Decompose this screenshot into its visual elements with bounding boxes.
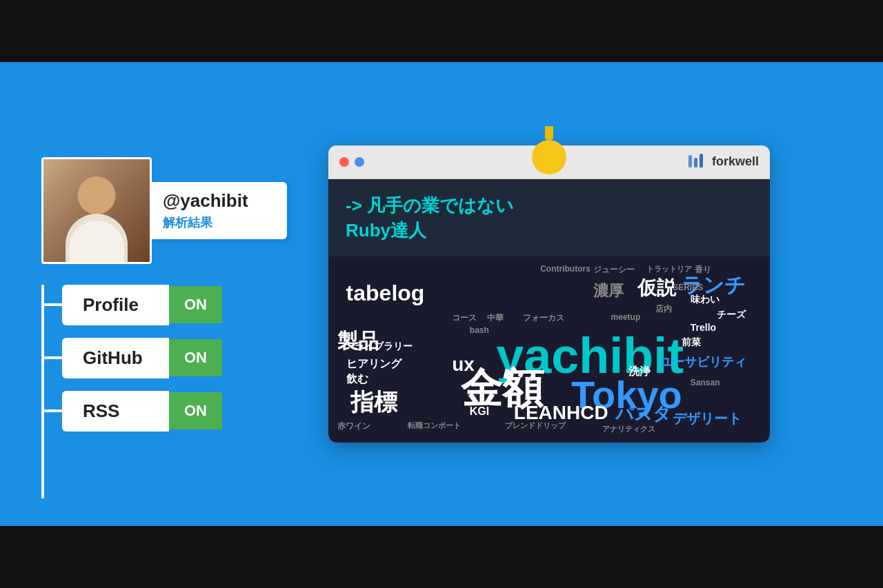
word-cloud-word: Contributors (540, 264, 591, 274)
tree-item-profile: Profile ON (62, 285, 222, 325)
word-cloud-word: チーズ (717, 309, 746, 321)
word-cloud-word: Sansan (691, 378, 720, 387)
forkwell-logo: forkwell (687, 152, 759, 172)
github-box: GitHub ON (62, 338, 222, 378)
tree-line-vertical (41, 285, 44, 498)
result-text: -> 凡手の業ではないRuby達人 (346, 193, 753, 243)
word-cloud-word: 仮説 (637, 275, 676, 301)
word-cloud-word: Trello (691, 322, 716, 333)
analysis-label: 解析結果 (163, 216, 212, 230)
result-box: -> 凡手の業ではないRuby達人 (328, 179, 770, 257)
word-cloud-word: KGI (470, 405, 489, 418)
browser-dots (339, 157, 364, 167)
word-cloud-word: SERIES (673, 283, 703, 292)
word-cloud-inner: yachibit金額Tokyotabelog製品指標仮説ランチuxLEANHCD… (328, 256, 770, 443)
avatar-image (43, 159, 150, 262)
left-panel: @yachibit 解析結果 Profile ON GitHub (41, 157, 287, 432)
word-cloud-word: 赤ワイン (337, 420, 370, 432)
lamp-head (532, 140, 566, 174)
lamp-neck (545, 126, 553, 140)
svg-rect-2 (700, 154, 703, 168)
rss-badge: ON (169, 392, 222, 429)
top-bar (0, 0, 883, 62)
main-content: @yachibit 解析結果 Profile ON GitHub (0, 62, 883, 526)
word-cloud-word: ユーサビリティ (659, 354, 746, 370)
shirt (69, 221, 124, 262)
tree-item-github: GitHub ON (62, 338, 222, 378)
word-cloud-word: ux (452, 354, 475, 376)
rss-label: RSS (62, 391, 169, 432)
github-badge: ON (169, 339, 222, 376)
word-cloud-word: bash (470, 325, 489, 335)
profile-label: Profile (62, 285, 169, 325)
lamp (532, 126, 566, 174)
word-cloud-word: 香り (695, 264, 711, 276)
svg-rect-0 (688, 155, 692, 168)
username: @yachibit (163, 190, 270, 212)
user-card: @yachibit 解析結果 (41, 157, 287, 264)
profile-badge: ON (169, 286, 222, 323)
github-label: GitHub (62, 338, 169, 378)
word-cloud-word: ジューシー (593, 264, 635, 276)
word-cloud-word: 洗浄 (628, 365, 651, 379)
word-cloud-word: meetup (611, 312, 641, 322)
avatar (41, 157, 152, 264)
person-body (66, 214, 128, 262)
dot-red (339, 157, 349, 167)
word-cloud-word: ヒアリング (346, 357, 401, 372)
word-cloud-word: 飲む (346, 372, 368, 387)
word-cloud-word: コース (452, 312, 477, 324)
forkwell-text: forkwell (712, 154, 759, 169)
word-cloud-word: 指標 (350, 387, 397, 418)
word-cloud-word: パスタ (615, 402, 671, 426)
browser-mockup: forkwell -> 凡手の業ではないRuby達人 yachibit金額Tok… (328, 145, 770, 443)
browser-wrapper: forkwell -> 凡手の業ではないRuby達人 yachibit金額Tok… (328, 145, 770, 443)
word-cloud-word: 中華 (487, 312, 504, 324)
tree-container: Profile ON GitHub ON RSS ON (41, 285, 222, 432)
rss-box: RSS ON (62, 391, 222, 432)
word-cloud-word: 濃厚 (593, 281, 624, 301)
word-cloud-word: フォーカス (523, 312, 564, 324)
bottom-bar (0, 526, 883, 588)
word-cloud-word: 前菜 (682, 336, 701, 349)
word-cloud-word: デザリート (673, 409, 742, 428)
word-cloud-word: ライブラリー (355, 341, 413, 353)
username-card: @yachibit 解析結果 (149, 182, 287, 239)
word-cloud-word: 味わい (691, 294, 720, 306)
forkwell-icon (687, 152, 706, 172)
word-cloud-word: アナリティクス (602, 424, 655, 434)
person-head (78, 176, 116, 214)
word-cloud-word: 店内 (655, 303, 672, 315)
dot-blue (355, 157, 364, 167)
tree-item-rss: RSS ON (62, 391, 222, 432)
tree-items: Profile ON GitHub ON RSS ON (62, 285, 222, 432)
svg-rect-1 (694, 158, 697, 168)
word-cloud-word: トラットリア (646, 264, 692, 274)
word-cloud-word: 転職コンポート (408, 420, 461, 431)
word-cloud-word: ブレンドドリップ (505, 420, 566, 431)
word-cloud: yachibit金額Tokyotabelog製品指標仮説ランチuxLEANHCD… (328, 256, 770, 443)
profile-box: Profile ON (62, 285, 222, 325)
word-cloud-word: tabelog (346, 281, 425, 306)
